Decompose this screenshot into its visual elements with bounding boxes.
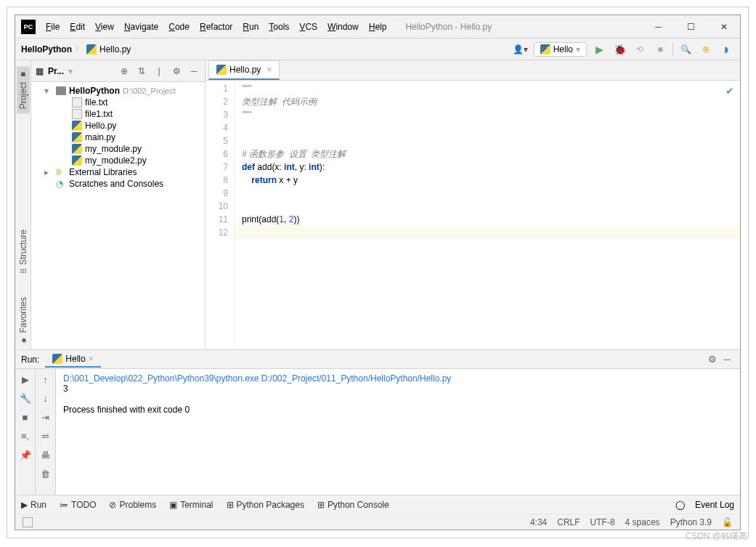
settings-icon[interactable]: ⚙ — [170, 65, 183, 78]
project-tree[interactable]: ▾HelloPython D:\002_Project file.txtfile… — [31, 82, 205, 193]
project-panel-title[interactable]: Pr... — [48, 66, 64, 76]
wrench-icon[interactable]: 🔧 — [18, 391, 33, 405]
toolbar-right: 👤▾ Hello▾ ▶ 🐞 ⟲ ■ 🔍 ⊕ ◗ — [512, 41, 734, 58]
indent[interactable]: 4 spaces — [625, 517, 660, 527]
python-icon — [52, 354, 62, 364]
soft-wrap-icon[interactable]: ⇥ — [38, 410, 53, 424]
menu-file[interactable]: File — [41, 19, 64, 35]
stop-button[interactable]: ■ — [652, 41, 668, 57]
tool-window-toggle[interactable] — [23, 517, 33, 527]
packages-tool-tab[interactable]: ⊞ Python Packages — [227, 500, 304, 510]
run-header: Run: Hello × ⚙ ─ — [15, 350, 740, 369]
scratches[interactable]: Scratches and Consoles — [31, 178, 205, 190]
run-tab[interactable]: Hello × — [45, 352, 100, 368]
layout-icon[interactable]: ≡, — [18, 429, 33, 443]
lock-icon[interactable]: 🔓 — [722, 517, 733, 527]
settings-icon[interactable]: ⚙ — [705, 352, 720, 367]
tree-file[interactable]: my_module.py — [31, 143, 205, 155]
menu-window[interactable]: Window — [323, 19, 363, 35]
structure-tool-tab[interactable]: ⠿ Structure — [17, 225, 30, 278]
menu-view[interactable]: View — [91, 19, 118, 35]
nav-bar: HelloPython 〉 Hello.py 👤▾ Hello▾ ▶ 🐞 ⟲ ■… — [15, 39, 740, 60]
separator — [672, 43, 673, 56]
chevron-down-icon[interactable]: ▾ — [68, 66, 73, 76]
maximize-button[interactable]: ☐ — [675, 16, 707, 38]
menu-refactor[interactable]: Refactor — [195, 19, 237, 35]
close-tab-icon[interactable]: × — [89, 354, 94, 364]
menu-code[interactable]: Code — [164, 19, 194, 35]
console-tool-tab[interactable]: ⊞ Python Console — [317, 500, 389, 510]
code-editor[interactable]: 123456789101112 """类型注解 代码示例"""# 函数形参 设置… — [206, 81, 740, 349]
pin-icon[interactable]: 📌 — [18, 447, 33, 462]
close-tab-icon[interactable]: × — [267, 65, 272, 75]
bottom-tool-tabs: ▶ Run ≔ TODO ⊘ Problems ▣ Terminal ⊞ Pyt… — [21, 500, 389, 510]
file-encoding[interactable]: UTF-8 — [590, 517, 615, 527]
run-config-selector[interactable]: Hello▾ — [534, 42, 587, 57]
print-icon[interactable]: 🖶 — [38, 447, 53, 462]
run-tool-tab[interactable]: ▶ Run — [21, 500, 46, 510]
tree-file[interactable]: Hello.py — [31, 120, 205, 131]
project-tool-tab[interactable]: Project ■ — [17, 66, 30, 113]
external-libraries[interactable]: ▸External Libraries — [31, 166, 205, 178]
text-file-icon — [72, 97, 82, 108]
up-icon[interactable]: ↑ — [38, 372, 53, 386]
divider-icon: | — [153, 65, 166, 78]
breadcrumb-project[interactable]: HelloPython — [21, 44, 72, 54]
scroll-icon[interactable]: ⥨ — [38, 429, 53, 443]
event-log-tab[interactable]: ◯ Event Log — [675, 500, 734, 510]
run-label: Run: — [21, 354, 39, 365]
main-menu: FileEditViewNavigateCodeRefactorRunTools… — [41, 19, 391, 35]
tree-file[interactable]: file1.txt — [31, 108, 205, 120]
stop-button[interactable]: ■ — [18, 410, 33, 424]
menu-run[interactable]: Run — [238, 19, 263, 35]
favorites-tool-tab[interactable]: ★ Favorites — [17, 293, 30, 349]
rerun-button[interactable]: ▶ — [18, 372, 33, 386]
watermark: CSDN @韩曙亮 — [685, 530, 747, 543]
editor-tab[interactable]: Hello.py× — [208, 60, 280, 80]
trash-icon[interactable]: 🗑 — [38, 466, 53, 481]
project-view-icon: ▦ — [36, 66, 44, 76]
menu-help[interactable]: Help — [365, 19, 391, 35]
breadcrumb[interactable]: HelloPython 〉 Hello.py — [21, 43, 131, 55]
tree-root[interactable]: ▾HelloPython D:\002_Project — [31, 85, 205, 97]
scratch-icon — [56, 179, 66, 189]
run-tool-window: Run: Hello × ⚙ ─ ▶ 🔧 ■ ≡, 📌 ↑ ↓ ⇥ ⥨ 🖶 🗑 — [15, 349, 740, 495]
cursor-position[interactable]: 4:34 — [530, 517, 547, 527]
python-file-icon — [72, 155, 82, 166]
update-button[interactable]: ⊕ — [698, 41, 714, 57]
line-separator[interactable]: CRLF — [557, 517, 580, 527]
menu-edit[interactable]: Edit — [65, 19, 89, 35]
menu-vcs[interactable]: VCS — [295, 19, 322, 35]
run-toolbar-2: ↑ ↓ ⇥ ⥨ 🖶 🗑 — [36, 369, 56, 495]
debug-button[interactable]: 🐞 — [611, 41, 627, 57]
terminal-tool-tab[interactable]: ▣ Terminal — [169, 500, 213, 510]
hide-button[interactable]: ─ — [187, 65, 200, 78]
run-body: ▶ 🔧 ■ ≡, 📌 ↑ ↓ ⇥ ⥨ 🖶 🗑 D:\001_Develop\02… — [15, 369, 740, 495]
close-button[interactable]: ✕ — [707, 16, 740, 38]
main-area: Project ■ ⠿ Structure ★ Favorites ▦ Pr..… — [15, 60, 740, 349]
code-lines[interactable]: """类型注解 代码示例"""# 函数形参 设置 类型注解def add(x: … — [235, 81, 740, 349]
expand-all-button[interactable]: ⇅ — [135, 65, 148, 78]
search-button[interactable]: 🔍 — [678, 41, 694, 57]
menu-navigate[interactable]: Navigate — [120, 19, 163, 35]
breadcrumb-sep: 〉 — [75, 43, 84, 55]
hide-button[interactable]: ─ — [720, 352, 734, 367]
breadcrumb-file[interactable]: Hello.py — [86, 44, 131, 54]
coverage-button[interactable]: ⟲ — [632, 41, 648, 57]
down-icon[interactable]: ↓ — [38, 391, 53, 405]
tree-file[interactable]: my_module2.py — [31, 155, 205, 166]
todo-tool-tab[interactable]: ≔ TODO — [60, 500, 96, 510]
console-output[interactable]: D:\001_Develop\022_Python\Python39\pytho… — [56, 369, 740, 495]
ide-button[interactable]: ◗ — [718, 41, 734, 57]
minimize-button[interactable]: ─ — [642, 16, 675, 38]
select-opened-button[interactable]: ⊕ — [118, 65, 131, 78]
chevron-down-icon: ▾ — [576, 44, 580, 54]
console-stdout: 3 — [63, 384, 733, 394]
user-icon[interactable]: 👤▾ — [512, 41, 529, 58]
tree-file[interactable]: file.txt — [31, 97, 205, 108]
problems-tool-tab[interactable]: ⊘ Problems — [109, 500, 156, 510]
tree-file[interactable]: main.py — [31, 131, 205, 143]
run-button[interactable]: ▶ — [591, 41, 607, 57]
menu-tools[interactable]: Tools — [264, 19, 293, 35]
python-sdk[interactable]: Python 3.9 — [670, 517, 712, 527]
